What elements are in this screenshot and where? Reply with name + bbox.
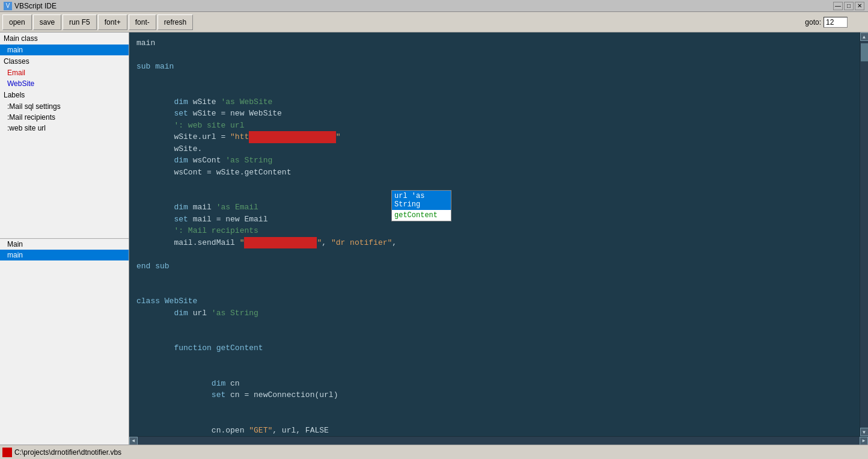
refresh-button[interactable]: refresh bbox=[157, 14, 193, 30]
sidebar-item-main[interactable]: main bbox=[0, 45, 129, 55]
save-button[interactable]: save bbox=[33, 14, 61, 30]
sidebar-top-section: Main class main Classes Email WebSite La… bbox=[0, 32, 129, 239]
sidebar-item-main-bottom[interactable]: Main bbox=[0, 239, 129, 250]
goto-input[interactable] bbox=[824, 17, 848, 28]
autocomplete-popup[interactable]: url 'as String getContent bbox=[391, 190, 451, 221]
sidebar-main-class-label: Main class bbox=[0, 32, 129, 45]
open-button[interactable]: open bbox=[2, 14, 32, 30]
status-icon bbox=[2, 448, 12, 457]
scroll-right-arrow[interactable]: ► bbox=[860, 437, 868, 445]
app-title: VBScript IDE bbox=[14, 2, 833, 10]
scroll-track[interactable] bbox=[860, 41, 869, 428]
maximize-button[interactable]: □ bbox=[844, 2, 854, 10]
redacted-url bbox=[249, 131, 335, 143]
ac-item-getcontent[interactable]: getContent bbox=[392, 210, 451, 221]
font-minus-button[interactable]: font- bbox=[129, 14, 156, 30]
sidebar-item-email[interactable]: Email bbox=[0, 67, 129, 78]
hscroll-track[interactable] bbox=[138, 437, 860, 445]
sidebar-item-main-selected-bottom[interactable]: main bbox=[0, 250, 129, 260]
minimize-button[interactable]: — bbox=[833, 2, 843, 10]
code-sub: sub main bbox=[136, 62, 174, 71]
sidebar-classes-label: Classes bbox=[0, 55, 129, 67]
sidebar-labels-label: Labels bbox=[0, 89, 129, 101]
font-plus-button[interactable]: font+ bbox=[98, 14, 127, 30]
goto-area: goto: bbox=[805, 17, 866, 28]
app-icon: V bbox=[4, 2, 12, 10]
scroll-down-arrow[interactable]: ▼ bbox=[860, 428, 869, 436]
sidebar-item-website[interactable]: WebSite bbox=[0, 78, 129, 89]
vertical-scrollbar[interactable]: ▲ ▼ bbox=[860, 32, 868, 436]
run-button[interactable]: run F5 bbox=[63, 14, 97, 30]
ac-item-url[interactable]: url 'as String bbox=[392, 191, 451, 210]
scroll-thumb[interactable] bbox=[861, 43, 868, 61]
code-content[interactable]: main sub main dim wSite 'as WebSite set … bbox=[129, 32, 860, 436]
sidebar: Main class main Classes Email WebSite La… bbox=[0, 32, 129, 445]
sidebar-item-web-site-url[interactable]: :web site url bbox=[0, 123, 129, 134]
sidebar-bottom-section: Main main bbox=[0, 239, 129, 445]
close-button[interactable]: ✕ bbox=[855, 2, 864, 10]
horizontal-scrollbar[interactable]: ◄ ► bbox=[129, 436, 868, 445]
scroll-up-arrow[interactable]: ▲ bbox=[860, 32, 869, 41]
status-path: C:\projects\drnotifier\dtnotifier.vbs bbox=[14, 448, 121, 457]
status-bar: C:\projects\drnotifier\dtnotifier.vbs bbox=[0, 445, 868, 459]
title-bar: V VBScript IDE — □ ✕ bbox=[0, 0, 868, 12]
editor-area[interactable]: main sub main dim wSite 'as WebSite set … bbox=[129, 32, 860, 436]
sidebar-item-mail-sql[interactable]: :Mail sql settings bbox=[0, 101, 129, 112]
scroll-left-arrow[interactable]: ◄ bbox=[129, 437, 138, 445]
editor-wrapper: main sub main dim wSite 'as WebSite set … bbox=[129, 32, 868, 445]
main-layout: Main class main Classes Email WebSite La… bbox=[0, 32, 868, 445]
editor-row: main sub main dim wSite 'as WebSite set … bbox=[129, 32, 868, 436]
toolbar: open save run F5 font+ font- refresh got… bbox=[0, 12, 868, 32]
window-controls: — □ ✕ bbox=[833, 2, 864, 10]
goto-label: goto: bbox=[805, 18, 821, 26]
code-dim-wsite: dim bbox=[174, 97, 188, 106]
code-line-main: main bbox=[136, 39, 155, 48]
sidebar-item-mail-recipients[interactable]: :Mail recipients bbox=[0, 112, 129, 123]
redacted-mail bbox=[244, 237, 317, 249]
